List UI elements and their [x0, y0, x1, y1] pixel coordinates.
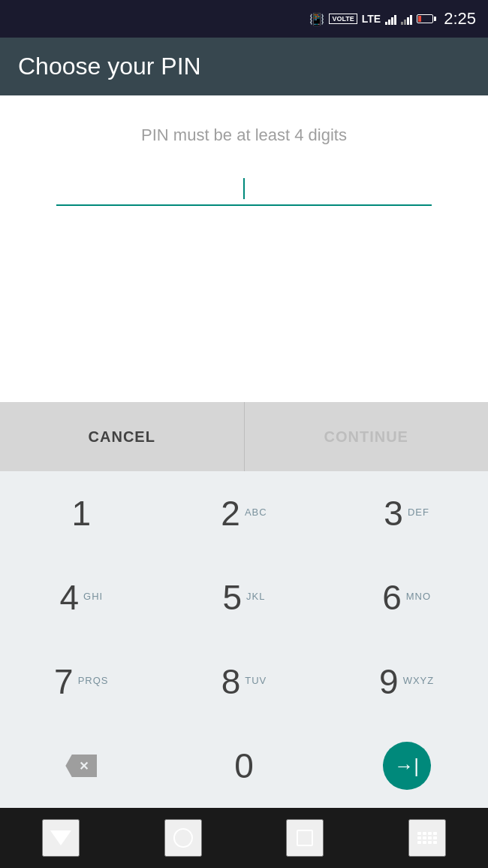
signal-bar-1 — [385, 13, 396, 25]
back-icon — [50, 830, 71, 845]
battery-icon — [417, 14, 433, 23]
continue-button[interactable]: CONTINUE — [245, 402, 489, 471]
key-3[interactable]: 3 DEF — [325, 471, 488, 555]
status-time: 2:25 — [444, 9, 476, 29]
next-icon: →| — [383, 742, 431, 790]
cancel-button[interactable]: CANCEL — [0, 402, 244, 471]
nav-keyboard-button[interactable] — [408, 819, 446, 857]
action-buttons: CANCEL CONTINUE — [0, 402, 488, 471]
keyboard-icon — [417, 832, 437, 844]
lte-text: LTE — [362, 13, 381, 25]
key-delete[interactable]: ✕ — [0, 724, 163, 808]
key-9[interactable]: 9 WXYZ — [325, 640, 488, 724]
recent-icon — [297, 830, 313, 846]
key-2[interactable]: 2 ABC — [163, 471, 326, 555]
header: Choose your PIN — [0, 38, 488, 95]
key-5[interactable]: 5 JKL — [163, 555, 326, 640]
nav-back-button[interactable] — [42, 819, 80, 857]
home-icon — [173, 828, 193, 848]
volte-badge: VOLTE — [329, 14, 357, 24]
key-4[interactable]: 4 GHI — [0, 555, 163, 640]
main-content: PIN must be at least 4 digits — [0, 95, 488, 402]
key-7[interactable]: 7 PRQS — [0, 640, 163, 724]
status-icons: 📳 VOLTE LTE 2:25 — [309, 9, 476, 29]
page-title: Choose your PIN — [18, 53, 470, 80]
key-1[interactable]: 1 — [0, 471, 163, 555]
nav-home-button[interactable] — [164, 819, 202, 857]
key-6[interactable]: 6 MNO — [325, 555, 488, 640]
numpad: 1 2 ABC 3 DEF 4 GHI 5 JKL 6 MNO 7 — [0, 471, 488, 808]
signal-bar-2 — [401, 13, 412, 25]
cursor-blink — [243, 178, 245, 199]
pin-instruction: PIN must be at least 4 digits — [141, 126, 347, 145]
vibrate-icon: 📳 — [309, 12, 324, 26]
pin-input-wrapper — [56, 175, 432, 206]
key-next[interactable]: →| — [325, 724, 488, 808]
delete-icon: ✕ — [65, 755, 97, 777]
key-0[interactable]: 0 — [163, 724, 326, 808]
status-bar: 📳 VOLTE LTE 2:25 — [0, 0, 488, 38]
key-8[interactable]: 8 TUV — [163, 640, 326, 724]
nav-bar — [0, 808, 488, 868]
nav-recent-button[interactable] — [286, 819, 324, 857]
